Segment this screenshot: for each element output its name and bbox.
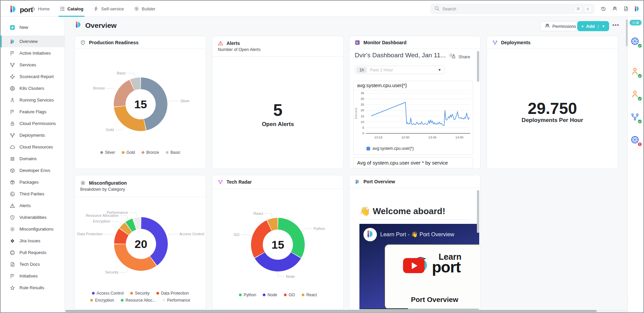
- status-error-icon: [638, 142, 642, 146]
- team-icon[interactable]: [611, 5, 618, 12]
- card-scrollbar[interactable]: [477, 190, 479, 233]
- rail-entity-k8s-error[interactable]: [631, 135, 641, 145]
- legend-item[interactable]: GO: [284, 293, 295, 297]
- card-header: Monitor Dashboard: [349, 36, 480, 49]
- sidebar-item-tech-docs[interactable]: Tech Docs: [1, 258, 64, 270]
- card-header: Tech Radar: [212, 175, 343, 189]
- tech-radar-donut-chart[interactable]: PythonNodeGOReact15: [212, 189, 343, 290]
- sidebar-item-initiatives[interactable]: Initiatives: [1, 270, 64, 282]
- legend-dot: [239, 294, 242, 296]
- svg-text:Data Protection: Data Protection: [77, 232, 103, 236]
- svg-text:13:45: 13:45: [429, 135, 437, 139]
- document-icon[interactable]: [623, 5, 629, 12]
- misconfiguration-donut-chart[interactable]: Access ControlSecurityData ProtectionEnc…: [75, 198, 206, 289]
- time-range-select[interactable]: 1h Past 1 Hour ▼: [355, 66, 445, 74]
- sidebar-item-active-initiatives[interactable]: Active Initiatives: [1, 47, 64, 59]
- production-readiness-donut-chart[interactable]: SilverGoldBronzeBasic15: [75, 49, 206, 149]
- tab-builder[interactable]: Builder: [134, 1, 155, 17]
- legend-item[interactable]: Gold: [122, 150, 135, 155]
- sidebar-item-deployments[interactable]: Deployments: [1, 129, 64, 141]
- sidebar-item-third-parties[interactable]: Third Parties: [1, 188, 64, 200]
- sidebar-item-label: K8s Clusters: [19, 86, 44, 91]
- sidebar-item-overview[interactable]: Overview: [1, 36, 64, 47]
- legend-item[interactable]: React: [302, 293, 317, 297]
- sidebar-item-new[interactable]: New: [1, 21, 64, 33]
- search-input[interactable]: Search ⌘ K: [430, 4, 595, 14]
- branch-icon: [10, 62, 15, 68]
- legend-item[interactable]: Encryption: [90, 298, 114, 303]
- sidebar-item-services[interactable]: Services: [1, 59, 64, 71]
- sidebar-item-pull-requests[interactable]: Pull Requests: [1, 247, 64, 258]
- sidebar-item-alerts[interactable]: Alerts: [1, 200, 64, 211]
- open-alerts-value: 5: [212, 101, 343, 120]
- sidebar-item-cloud-permissions[interactable]: Cloud Permissions: [1, 118, 64, 129]
- alert-triangle-icon: [218, 41, 223, 46]
- port-avatar[interactable]: [634, 5, 640, 12]
- legend-label: Access Control: [97, 291, 124, 296]
- open-alerts-label: Open Alerts: [212, 121, 343, 128]
- sidebar: NewOverviewActive InitiativesServicesSco…: [1, 17, 65, 312]
- legend-item[interactable]: Silver: [100, 150, 115, 155]
- legend-dot: [100, 151, 103, 154]
- sidebar-item-packages[interactable]: Packages: [1, 176, 64, 188]
- legend-item[interactable]: Bronze: [142, 150, 159, 155]
- svg-text:10: 10: [360, 120, 364, 124]
- sidebar-item-label: Third Parties: [19, 191, 44, 196]
- tab-self-service[interactable]: Self-service: [93, 1, 124, 17]
- sidebar-item-label: Feature Flags: [19, 109, 46, 114]
- legend-item[interactable]: Node: [263, 293, 277, 297]
- legend-item[interactable]: Performance: [162, 298, 190, 303]
- card-title: Production Readiness: [89, 40, 139, 45]
- sidebar-item-label: Developer Envs: [19, 168, 50, 173]
- sidebar-item-feature-flags[interactable]: Feature Flags: [1, 106, 64, 118]
- sidebar-item-developer-envs[interactable]: Developer Envs: [1, 165, 64, 176]
- share-button[interactable]: Share: [451, 54, 470, 60]
- youtube-video-embed[interactable]: Learn Port - 👋 Port Overview Learn port …: [359, 224, 479, 310]
- legend-label: Performance: [167, 298, 190, 303]
- sidebar-item-scorecard-report[interactable]: Scorecard Report: [1, 71, 64, 82]
- flag-icon: [10, 273, 15, 279]
- plus-square-icon: [10, 25, 15, 30]
- more-options-button[interactable]: •••: [611, 20, 621, 30]
- sidebar-item-jira-issues[interactable]: Jira Issues: [1, 235, 64, 247]
- branch-icon: [218, 179, 223, 185]
- tab-catalog[interactable]: Catalog: [60, 1, 84, 17]
- port-logo[interactable]: port: [9, 5, 33, 15]
- card-header: Production Readiness: [75, 36, 206, 49]
- sidebar-item-vulnerabilities[interactable]: Vulnerabilities: [1, 211, 64, 223]
- video-title[interactable]: Learn Port - 👋 Port Overview: [380, 231, 454, 238]
- legend-item[interactable]: Basic: [166, 150, 180, 155]
- horizontal-scrollbar[interactable]: [65, 310, 628, 312]
- legend-item[interactable]: Resource Alloc...: [121, 298, 156, 303]
- legend-item[interactable]: Security: [130, 291, 149, 296]
- sidebar-item-domains[interactable]: Domains: [1, 153, 64, 165]
- add-label: Add: [586, 24, 595, 29]
- sidebar-item-rule-results[interactable]: Rule Results: [1, 282, 64, 294]
- notification-badge[interactable]: 0: [630, 20, 642, 25]
- rail-entity-branch-ok[interactable]: [631, 113, 641, 123]
- branch-icon: [10, 133, 15, 138]
- sidebar-item-running-services[interactable]: Running Services: [1, 94, 64, 106]
- lock-icon: [10, 121, 15, 126]
- rail-entity-k8s-ok[interactable]: [631, 37, 641, 47]
- sidebar-item-misconfigurations[interactable]: Misconfigurations: [1, 223, 64, 235]
- tab-home[interactable]: Home: [30, 1, 50, 17]
- legend-item[interactable]: Python: [239, 293, 256, 297]
- rail-entity-person-ok[interactable]: [631, 90, 641, 100]
- history-icon[interactable]: [600, 5, 607, 12]
- svg-text:React: React: [253, 211, 263, 215]
- sidebar-item-label: Cloud Resources: [19, 144, 53, 149]
- sidebar-item-cloud-resources[interactable]: Cloud Resources: [1, 141, 64, 153]
- card-scrollbar[interactable]: [477, 51, 479, 82]
- youtube-play-button[interactable]: [403, 258, 425, 273]
- card-title: Alerts: [227, 41, 240, 46]
- channel-avatar[interactable]: [363, 228, 377, 241]
- rail-entity-person-ok[interactable]: [631, 67, 641, 77]
- legend-item[interactable]: Access Control: [92, 291, 124, 296]
- permissions-button[interactable]: Permissions: [540, 21, 581, 31]
- service-chart-panel: Avg of system.cpu.user over * by service: [353, 157, 473, 169]
- sidebar-item-k8s-clusters[interactable]: K8s Clusters: [1, 82, 64, 94]
- add-button[interactable]: + Add | ▼: [577, 21, 609, 31]
- cpu-line-chart[interactable]: 0510152025303513:1513:3013:4514:00Percen…: [354, 90, 473, 144]
- legend-item[interactable]: Data Protection: [156, 291, 189, 296]
